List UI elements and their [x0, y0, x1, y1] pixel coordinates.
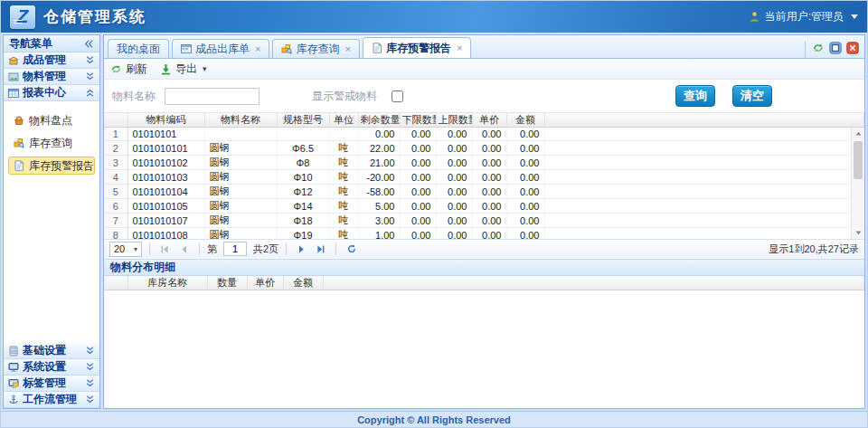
close-icon[interactable]	[846, 42, 859, 54]
column-header[interactable]: 单价	[247, 276, 283, 290]
table-row[interactable]: 30101010102圆钢Φ8吨21.000.000.000.000.00	[104, 156, 864, 170]
column-header[interactable]: 物料编码	[127, 113, 204, 128]
tab[interactable]: 成品出库单×	[172, 39, 269, 58]
table-row[interactable]: 50101010104圆钢Φ12吨-58.000.000.000.000.00	[104, 185, 864, 199]
column-header[interactable]: 库房名称	[127, 276, 207, 290]
cell: 1.00	[358, 228, 400, 240]
table-row[interactable]: 80101010108圆钢Φ19吨1.000.000.000.000.00	[104, 228, 864, 240]
cell: Φ14	[277, 199, 329, 214]
row-number: 1	[104, 128, 127, 141]
current-user-label: 当前用户:管理员	[765, 9, 844, 24]
sidebar-group[interactable]: 系统设置	[4, 359, 99, 376]
detail-grid-body	[104, 291, 864, 408]
vertical-scrollbar	[851, 128, 864, 239]
cell: 吨	[329, 228, 358, 240]
tab-label: 成品出库单	[195, 42, 250, 57]
export-label: 导出	[175, 62, 197, 77]
page-size-select[interactable]: 20 ▾	[109, 242, 142, 257]
table-row[interactable]: 70101010107圆钢Φ18吨3.000.000.000.000.00	[104, 214, 864, 228]
next-page-button[interactable]	[294, 242, 309, 256]
cell: 圆钢	[204, 228, 277, 240]
cell: -20.00	[358, 170, 400, 185]
column-header[interactable]: 剩余数量	[358, 113, 400, 128]
sidebar-group-label: 报表中心	[23, 85, 81, 100]
tab[interactable]: 库存查询×	[272, 39, 359, 58]
sidebar-group-label: 标签管理	[23, 376, 81, 391]
tab-bar: 我的桌面成品出库单×库存查询×库存预警报告×	[104, 35, 864, 59]
tab-close-icon[interactable]: ×	[255, 43, 260, 54]
sidebar-item-label: 库存查询	[29, 136, 72, 151]
sidebar-group[interactable]: 成品管理	[4, 52, 99, 69]
divider	[286, 243, 287, 255]
column-header[interactable]: 上限数量	[436, 113, 472, 128]
sidebar-group-label: 工作流管理	[23, 392, 81, 407]
sidebar-group[interactable]: 报表中心	[4, 85, 99, 101]
sidebar-group[interactable]: 物料管理	[4, 69, 99, 85]
sidebar-group[interactable]: 基础设置	[4, 343, 99, 359]
query-button[interactable]: 查询	[675, 85, 715, 107]
cell: 0.00	[472, 228, 506, 240]
tab-close-icon[interactable]: ×	[344, 43, 350, 54]
header-filler	[544, 113, 864, 128]
cell: 0.00	[400, 128, 436, 141]
collapse-sidebar-icon[interactable]	[84, 39, 94, 49]
sidebar-groups-top: 成品管理物料管理报表中心	[4, 52, 99, 101]
user-menu[interactable]: 当前用户:管理员	[749, 9, 858, 24]
sidebar-title: 导航菜单	[9, 36, 52, 52]
last-page-button[interactable]	[313, 242, 328, 256]
page-number-input[interactable]	[223, 242, 247, 256]
table-row[interactable]: 20101010101圆钢Φ6.5吨22.000.000.000.000.00	[104, 141, 864, 156]
column-header[interactable]: 金额	[506, 113, 544, 128]
table-row[interactable]: 1010101010.000.000.000.000.00	[104, 128, 864, 141]
filter-buttons: 查询 清空	[675, 85, 772, 107]
app-logo: Z	[10, 5, 35, 29]
refresh-button[interactable]: 刷新	[110, 62, 147, 77]
cell: 0.00	[472, 128, 506, 141]
column-header[interactable]: 单价	[472, 113, 506, 128]
app-header: Z 仓储管理系统 当前用户:管理员	[1, 1, 867, 33]
sidebar-group[interactable]: 标签管理	[4, 376, 99, 392]
export-button[interactable]: 导出 ▾	[160, 62, 207, 77]
reload-page-button[interactable]	[344, 242, 359, 256]
page-size-value: 20	[114, 243, 125, 254]
sidebar-item[interactable]: 库存预警报告	[8, 157, 95, 175]
column-header[interactable]: 下限数量	[400, 113, 436, 128]
scroll-up-icon[interactable]	[852, 128, 864, 139]
column-header[interactable]: 单位	[329, 113, 358, 128]
cell-filler	[544, 228, 864, 240]
first-page-button[interactable]	[157, 242, 173, 256]
tab[interactable]: 我的桌面	[108, 39, 169, 58]
prev-page-button[interactable]	[176, 242, 192, 256]
footer: Copyright © All Rights Reserved	[1, 411, 867, 427]
refresh-tab-icon[interactable]	[812, 42, 825, 54]
sidebar-group[interactable]: 工作流管理	[4, 392, 99, 408]
column-header[interactable]: 规格型号	[277, 113, 329, 128]
scrollbar-thumb[interactable]	[854, 141, 863, 179]
cell: Φ12	[277, 185, 329, 199]
table-row[interactable]: 60101010105圆钢Φ14吨5.000.000.000.000.00	[104, 199, 864, 214]
tab-close-icon[interactable]: ×	[457, 43, 462, 53]
sidebar-item[interactable]: 物料盘点	[8, 111, 95, 129]
cell: 01010101	[127, 128, 204, 141]
maximize-icon[interactable]	[829, 42, 842, 54]
column-header[interactable]: 物料名称	[204, 113, 277, 128]
sidebar-item[interactable]: 库存查询	[8, 134, 95, 152]
cell: 0101010107	[127, 214, 204, 228]
clear-button[interactable]: 清空	[732, 85, 772, 107]
show-warning-checkbox[interactable]	[392, 90, 403, 102]
scroll-down-icon[interactable]	[852, 227, 864, 239]
table-row[interactable]: 40101010103圆钢Φ10吨-20.000.000.000.000.00	[104, 170, 864, 185]
cell: 圆钢	[204, 170, 277, 185]
tab[interactable]: 库存预警报告×	[363, 37, 471, 58]
material-name-input[interactable]	[165, 88, 259, 105]
column-header[interactable]: 数量	[207, 276, 247, 290]
cell: 0.00	[506, 170, 544, 185]
cell: 3.00	[358, 214, 400, 228]
cell: 圆钢	[204, 141, 277, 156]
cell: 0.00	[506, 185, 544, 199]
column-header[interactable]: 金额	[283, 276, 323, 290]
cell: 0.00	[400, 141, 436, 156]
cell: 0101010108	[127, 228, 204, 240]
page-suffix-label: 共2页	[253, 243, 278, 256]
cell: 0101010103	[127, 170, 204, 185]
